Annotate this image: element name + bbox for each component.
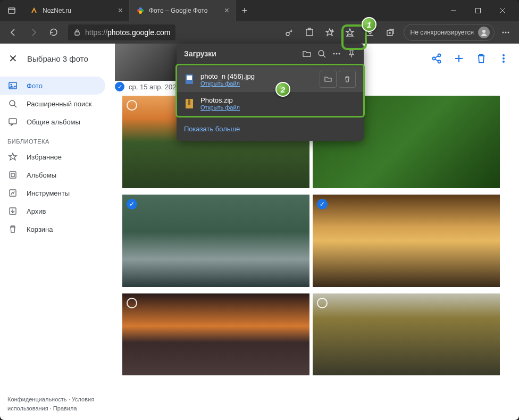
extensions-icon[interactable] (300, 23, 319, 41)
svg-line-37 (435, 59, 438, 61)
open-file-link[interactable]: Открыть файл (200, 104, 356, 111)
downloads-header: Загрузки (177, 44, 364, 64)
window-controls (441, 2, 515, 19)
library-heading: БИБЛИОТЕКА (0, 131, 112, 148)
nav-label: Избранное (27, 153, 62, 161)
star-icon (7, 152, 18, 162)
svg-rect-12 (306, 29, 313, 36)
svg-point-26 (10, 100, 15, 106)
nav-label: Альбомы (27, 171, 56, 179)
nav: Фото Расширенный поиск Общие альбомы БИБ… (0, 73, 112, 238)
more-downloads-button[interactable] (332, 49, 341, 58)
download-actions (320, 71, 356, 88)
photo-thumb[interactable] (115, 44, 183, 81)
open-folder-button[interactable] (302, 49, 312, 58)
tab-noznet[interactable]: NozNet.ru × (23, 0, 130, 21)
share-button[interactable] (431, 53, 442, 64)
open-file-link[interactable]: Открыть файл (200, 80, 313, 87)
downloads-list: photo_n (456).jpg Открыть файл Photos.zi… (175, 64, 365, 117)
download-item[interactable]: Photos.zip Открыть файл (177, 92, 363, 115)
show-in-folder-button[interactable] (320, 71, 337, 88)
pin-button[interactable] (347, 49, 356, 58)
back-button[interactable] (4, 23, 22, 41)
nav-search[interactable]: Расширенный поиск (0, 95, 105, 113)
nav-label: Расширенный поиск (27, 100, 91, 108)
download-filename: Photos.zip (200, 96, 356, 104)
nav-label: Фото (27, 82, 43, 90)
collections-icon[interactable] (381, 23, 399, 41)
forward-button[interactable] (24, 23, 43, 41)
refresh-button[interactable] (45, 23, 63, 41)
action-bar (421, 44, 519, 73)
svg-rect-7 (476, 9, 481, 13)
add-button[interactable] (453, 53, 465, 64)
key-icon[interactable] (280, 23, 298, 41)
nav-shared[interactable]: Общие альбомы (0, 113, 105, 131)
svg-point-25 (11, 84, 12, 86)
tabs: NozNet.ru × Фото – Google Фото × + (23, 0, 441, 21)
show-more-link[interactable]: Показать больше (184, 125, 240, 133)
file-zip-icon (185, 98, 194, 110)
photo-thumb[interactable] (313, 293, 500, 375)
nav-label: Инструменты (27, 189, 70, 197)
svg-line-27 (14, 105, 16, 107)
download-item[interactable]: photo_n (456).jpg Открыть файл (177, 66, 363, 92)
nav-archive[interactable]: Архив (0, 202, 105, 220)
titlebar: NozNet.ru × Фото – Google Фото × + (0, 0, 519, 21)
minimize-button[interactable] (441, 2, 466, 19)
favorites-icon[interactable] (321, 23, 339, 41)
profile-button[interactable]: Не синхронизируется (404, 24, 495, 41)
downloads-title: Загрузки (184, 49, 297, 58)
close-icon[interactable]: × (224, 6, 229, 15)
select-circle[interactable]: ✓ (317, 199, 328, 209)
footer-links: Конфиденциальность · Условия использован… (0, 388, 112, 420)
archive-icon (7, 206, 18, 216)
svg-point-5 (139, 11, 142, 14)
svg-point-23 (508, 32, 509, 33)
tab-title: NozNet.ru (43, 7, 71, 14)
svg-point-20 (482, 30, 485, 33)
new-tab-button[interactable]: + (236, 0, 253, 21)
more-button[interactable] (497, 23, 515, 41)
privacy-link[interactable]: Конфиденциальность (7, 396, 67, 402)
delete-button[interactable] (475, 53, 487, 64)
close-icon[interactable]: × (118, 6, 123, 15)
nav-favorites[interactable]: Избранное (0, 148, 105, 166)
rules-link[interactable]: Правила (53, 405, 77, 411)
photo-thumb[interactable]: ✓ (313, 195, 500, 287)
select-circle[interactable]: ✓ (127, 199, 137, 209)
selection-label: Выбрано 3 фото (27, 54, 88, 63)
maximize-button[interactable] (466, 2, 490, 19)
tab-actions-icon[interactable] (4, 3, 19, 18)
callout-badge-2: 2 (275, 82, 290, 97)
more-options-button[interactable] (498, 53, 509, 64)
select-circle[interactable] (127, 298, 137, 308)
nav-tools[interactable]: Инструменты (0, 184, 105, 202)
close-window-button[interactable] (490, 2, 515, 19)
select-circle[interactable] (127, 100, 137, 111)
nav-label: Архив (27, 207, 46, 215)
svg-point-22 (505, 32, 507, 33)
nav-label: Корзина (27, 225, 53, 233)
photo-thumb[interactable] (122, 293, 309, 375)
nav-albums[interactable]: Альбомы (0, 166, 105, 184)
nav-trash[interactable]: Корзина (0, 220, 105, 238)
svg-point-41 (503, 57, 505, 60)
search-downloads-button[interactable] (317, 49, 327, 58)
nav-photos[interactable]: Фото (0, 77, 105, 95)
tools-icon (7, 188, 18, 198)
trash-icon (7, 224, 18, 234)
address-bar[interactable]: https://photos.google.com (68, 24, 175, 40)
svg-rect-29 (10, 172, 16, 178)
delete-download-button[interactable] (339, 71, 356, 88)
clear-selection-button[interactable]: ✕ (9, 52, 18, 65)
date-select-check[interactable]: ✓ (115, 82, 124, 91)
svg-point-43 (319, 51, 324, 56)
photo-thumb[interactable]: ✓ (122, 195, 309, 287)
avatar-icon (478, 27, 490, 38)
download-filename: photo_n (456).jpg (200, 72, 313, 80)
tab-google-photos[interactable]: Фото – Google Фото × (130, 0, 236, 21)
select-circle[interactable] (317, 298, 328, 308)
downloads-panel: Загрузки photo_n (456).jpg Открыть файл … (177, 44, 364, 141)
lock-icon (73, 29, 81, 36)
